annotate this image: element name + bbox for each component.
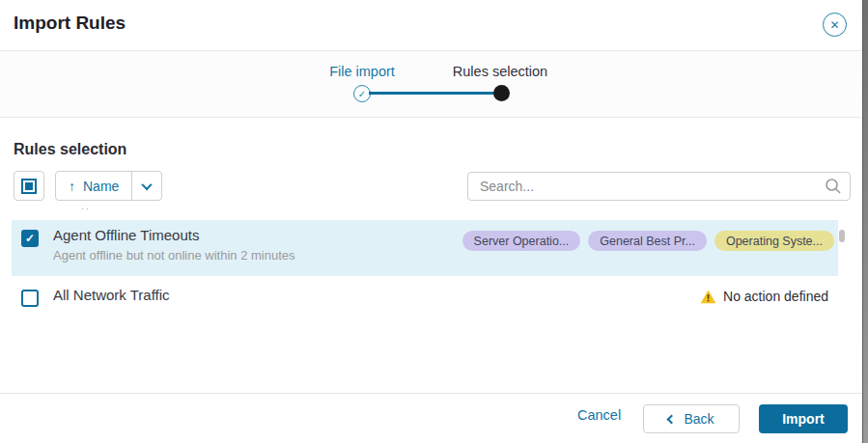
indeterminate-checkbox-icon: [21, 179, 37, 194]
search-icon: [825, 178, 842, 199]
dialog-header: Import Rules ✕: [0, 0, 862, 51]
step-rules-selection-label: Rules selection: [453, 64, 547, 79]
dialog-title: Import Rules: [14, 13, 126, 34]
row-checkbox-unchecked[interactable]: [21, 290, 39, 307]
rule-description: Agent offline but not online within 2 mi…: [53, 248, 295, 263]
rule-row-all-network-traffic[interactable]: All Network Traffic This was created fro…: [12, 280, 838, 311]
tag-badge: Server Operatio...: [462, 231, 581, 251]
search-input[interactable]: [467, 172, 851, 201]
chevron-down-icon: [142, 179, 153, 189]
sort-options-dropdown-button[interactable]: [132, 172, 161, 200]
rules-list: .. ✓ Agent Offline Timeouts Agent offlin…: [0, 203, 862, 311]
stepper-connector-line: [369, 92, 495, 95]
warning-triangle-icon: [700, 290, 716, 304]
close-icon[interactable]: ✕: [823, 13, 847, 37]
tag-badge: Operating Syste...: [714, 231, 834, 251]
background-page-edge: [862, 0, 868, 443]
sort-ascending-icon: ↑: [69, 179, 75, 194]
rule-row-agent-offline-timeouts[interactable]: ✓ Agent Offline Timeouts Agent offline b…: [12, 220, 838, 276]
step-active-dot: [493, 85, 510, 101]
rule-description: This was created from the Filter to Rule…: [53, 308, 342, 311]
select-all-button[interactable]: [14, 171, 44, 201]
dialog-footer: Cancel Back Import: [0, 393, 862, 443]
cancel-button[interactable]: Cancel: [577, 407, 621, 423]
rule-warning: No action defined: [700, 289, 828, 304]
sort-button: ↑ Name: [55, 171, 162, 201]
sort-by-name-button[interactable]: ↑ Name: [56, 172, 132, 200]
import-rules-dialog: Import Rules ✕ File import Rules selecti…: [0, 0, 862, 443]
list-scrollbar-thumb[interactable]: [839, 230, 845, 242]
sort-label: Name: [83, 179, 119, 194]
rule-tags: Server Operatio... General Best Pr... Op…: [462, 231, 834, 251]
rule-title: All Network Traffic: [53, 287, 170, 303]
warning-text: No action defined: [723, 289, 828, 304]
rule-title: Agent Offline Timeouts: [53, 227, 199, 243]
back-button-label: Back: [684, 411, 714, 427]
back-button[interactable]: Back: [643, 404, 740, 433]
chevron-left-icon: [667, 414, 677, 424]
clipped-row-remnant: ..: [81, 203, 91, 211]
tag-badge: General Best Pr...: [588, 231, 707, 251]
row-checkbox-checked[interactable]: ✓: [21, 230, 39, 247]
search-container: [467, 172, 851, 201]
section-heading: Rules selection: [14, 141, 126, 158]
step-file-import-label[interactable]: File import: [329, 64, 395, 79]
wizard-stepper: File import Rules selection ✓: [0, 51, 862, 118]
import-button[interactable]: Import: [759, 404, 848, 433]
